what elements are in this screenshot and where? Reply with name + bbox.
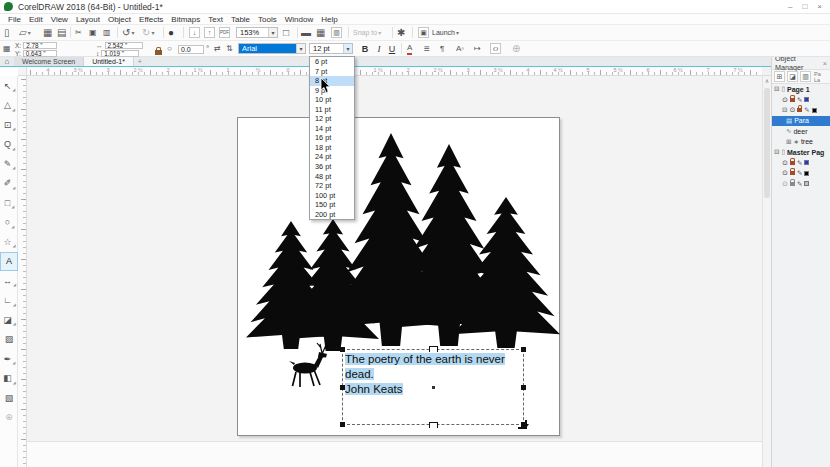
text-frame-tab-top[interactable] [429,346,438,352]
drop-shadow-tool[interactable]: ◪◢ [0,310,18,330]
menu-effects[interactable]: Effects [135,15,167,24]
connector-tool[interactable]: ∟◢ [0,291,18,311]
om-row-guides-layer[interactable]: ⊙ ✎ [772,95,830,106]
drop-cap-icon[interactable]: ¶ [440,42,444,55]
resize-handle-right[interactable] [521,385,526,390]
font-size-combo[interactable]: 12 pt ▾ [309,43,353,54]
font-name-dropdown-icon[interactable]: ▾ [296,44,305,53]
copy-icon[interactable]: ▣ [89,26,97,39]
om-row-paragraph-text[interactable]: ▤ Para [772,116,830,127]
new-tab-button[interactable]: + [134,57,146,66]
close-button[interactable]: × [817,2,822,11]
rectangle-tool[interactable]: □◢ [0,193,18,213]
zoom-tool[interactable]: Q◢ [0,135,18,155]
show-guidelines-icon[interactable]: ▥ [331,27,342,38]
font-size-option[interactable]: 72 pt [310,181,354,191]
font-size-option[interactable]: 48 pt [310,172,354,182]
visibility-eye-icon[interactable]: ⊙ [789,106,795,114]
visibility-eye-icon[interactable]: ⊙ [782,180,788,188]
undo-icon[interactable]: ↺▾ [122,26,134,39]
expand-icon[interactable]: ⊞ [786,138,791,146]
smart-fill-tool[interactable]: ▧ [0,388,18,408]
om-row-master-grid[interactable]: ⊙ ✎ [772,179,830,190]
menu-help[interactable]: Help [317,15,341,24]
om-row-page1[interactable]: ⊟ ▯ Page 1 [772,84,830,95]
new-layer-icon[interactable]: ⊞ [774,71,785,82]
menu-table[interactable]: Table [227,15,254,24]
font-size-option[interactable]: 6 pt [310,57,354,67]
freehand-tool[interactable]: ✎◢ [0,154,18,174]
lock-icon[interactable] [790,182,795,186]
italic-button[interactable]: I [373,42,385,55]
font-size-option-highlighted[interactable]: 8 pt [310,76,354,86]
eyedropper-tool[interactable]: ✒◢ [0,349,18,369]
lock-icon[interactable] [790,171,795,175]
lock-icon[interactable] [790,98,795,102]
show-rulers-icon[interactable]: ▬ [301,26,311,39]
print-icon[interactable]: ▤ [57,26,66,39]
full-screen-preview-icon[interactable]: □ [283,26,289,39]
text-flow-icon[interactable] [518,420,527,429]
edit-pencil-icon[interactable]: ✎ [797,96,802,104]
polygon-tool[interactable]: ☆◢ [0,232,18,252]
mirror-horizontal-icon[interactable]: ⇄ [214,42,221,55]
paragraph-text-object[interactable]: The poetry of the earth is never dead. J… [342,349,524,425]
collapse-icon[interactable]: ⊟ [782,106,787,114]
om-row-master-desktop[interactable]: ⊙ ✎ [772,168,830,179]
text-tool[interactable]: A [0,252,18,272]
export-icon[interactable]: ↑ [204,27,215,38]
text-color-icon[interactable]: A [407,42,412,55]
save-icon[interactable]: ▦ [43,26,52,39]
paragraph-text[interactable]: The poetry of the earth is never dead. J… [343,350,523,397]
zoom-level-combo[interactable]: 153% ▾ [236,27,278,38]
menu-layout[interactable]: Layout [72,15,104,24]
collapse-icon[interactable]: ⊟ [774,148,779,156]
menu-object[interactable]: Object [104,15,135,24]
ellipse-tool[interactable]: ○◢ [0,213,18,233]
resize-handle-top-left[interactable] [340,347,345,352]
edit-pencil-icon[interactable]: ✎ [804,106,809,114]
edit-pencil-icon[interactable]: ✎ [797,180,802,188]
menu-view[interactable]: View [47,15,72,24]
crop-tool[interactable]: ⊡◢ [0,115,18,135]
minimize-button[interactable]: – [788,2,792,11]
lock-icon[interactable] [790,161,795,165]
home-icon[interactable]: ⌂ [0,57,14,66]
collapse-icon[interactable]: ⊟ [774,85,779,93]
visibility-eye-icon[interactable]: ⊙ [782,159,788,167]
resize-handle-left[interactable] [340,385,345,390]
transparency-tool[interactable]: ▨ [0,330,18,350]
om-row-master-page[interactable]: ⊟ ▯ Master Pag [772,147,830,158]
edit-pencil-icon[interactable]: ✎ [797,169,802,177]
resize-handle-bottom-left[interactable] [340,422,345,427]
menu-tools[interactable]: Tools [254,15,281,24]
open-icon[interactable]: ▱▾ [19,26,31,39]
edit-outline-icon[interactable]: O [490,43,501,54]
om-row-deer[interactable]: ∿ deer [772,126,830,137]
font-size-option[interactable]: 200 pt [310,210,354,220]
menu-window[interactable]: Window [281,15,317,24]
maximize-button[interactable]: □ [802,2,807,11]
object-height-field[interactable]: 1.019 " [101,50,139,57]
font-size-dropdown-icon[interactable]: ▾ [343,44,352,53]
font-size-option[interactable]: 10 pt [310,95,354,105]
font-size-option[interactable]: 16 pt [310,133,354,143]
y-position-field[interactable]: 0.643 " [23,50,57,57]
dimension-tool[interactable]: ↔◢ [0,271,18,291]
artistic-media-tool[interactable]: ✐◢ [0,174,18,194]
launch-button[interactable]: Launch▾ [432,26,459,39]
redo-icon[interactable]: ↻▾ [142,26,154,39]
font-size-option[interactable]: 100 pt [310,191,354,201]
scrollbar-thumb[interactable] [764,88,770,198]
scroll-up-icon[interactable]: ∧ [763,76,771,85]
edit-across-layers-icon[interactable]: ▥ [800,71,811,82]
tab-welcome-screen[interactable]: Welcome Screen [14,57,84,66]
om-row-trees[interactable]: ⊞ ∗ tree [772,137,830,148]
font-size-option[interactable]: 14 pt [310,124,354,134]
om-row-master-guides[interactable]: ⊙ ✎ [772,158,830,169]
pick-tool[interactable]: ↖◢ [0,76,18,96]
om-row-layer1[interactable]: ⊟ ⊙ ✎ [772,105,830,116]
menu-bitmaps[interactable]: Bitmaps [167,15,204,24]
object-width-field[interactable]: 2.542 " [105,42,143,49]
underline-button[interactable]: U [386,42,398,55]
